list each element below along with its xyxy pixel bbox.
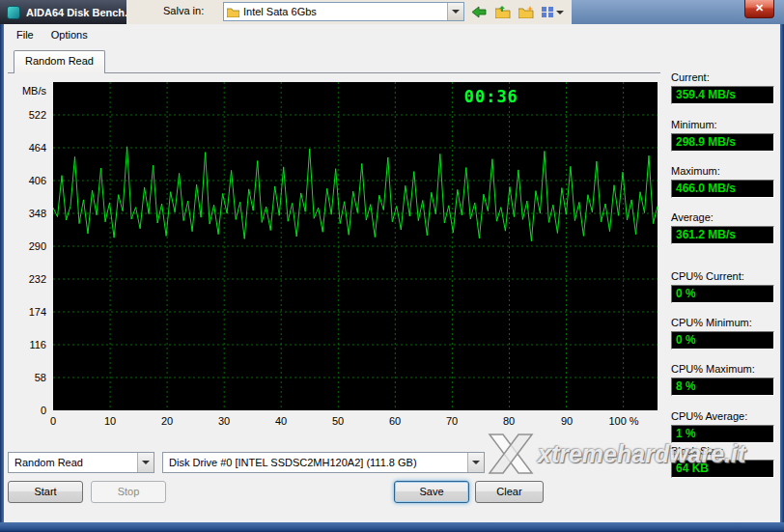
stat-cpu-maximum: CPU% Maximum: 8 % bbox=[671, 363, 774, 396]
y-tick: 58 bbox=[14, 372, 46, 383]
stat-average: Average: 361.2 MB/s bbox=[671, 211, 774, 244]
window-border-left bbox=[0, 24, 4, 532]
chevron-down-icon bbox=[452, 10, 460, 14]
stat-minimum: Minimum: 298.9 MB/s bbox=[671, 119, 774, 152]
drive-select-dropdown-button[interactable] bbox=[467, 453, 484, 472]
close-button[interactable]: ✕ bbox=[744, 0, 774, 18]
x-tick: 60 bbox=[389, 415, 401, 427]
stat-value-box: 1 % bbox=[671, 425, 774, 443]
background-window-titlebar[interactable]: AIDA64 Disk Bench... bbox=[0, 0, 126, 24]
y-tick: 522 bbox=[14, 109, 46, 121]
drive-select-value: Disk Drive #0 [INTEL SSDSC2MH120A2] (111… bbox=[163, 457, 467, 468]
stat-value-box: 0 % bbox=[671, 331, 774, 350]
x-tick: 100 % bbox=[608, 415, 638, 427]
view-menu-icon[interactable] bbox=[540, 3, 565, 21]
benchmark-chart: 00:36 bbox=[53, 82, 658, 410]
save-dialog-toolbar bbox=[470, 3, 565, 21]
start-button[interactable]: Start bbox=[8, 481, 83, 503]
clear-button[interactable]: Clear bbox=[475, 481, 544, 503]
stat-value-box: 8 % bbox=[671, 378, 774, 396]
stat-value-box: 64 KB bbox=[671, 460, 774, 478]
new-folder-icon[interactable] bbox=[517, 3, 535, 21]
stat-maximum: Maximum: 466.0 MB/s bbox=[671, 165, 774, 198]
x-tick: 50 bbox=[332, 415, 344, 427]
stat-cpu-minimum: CPU% Minimum: 0 % bbox=[671, 317, 774, 350]
menu-bar: File Options bbox=[4, 24, 780, 44]
stat-block-size: Block Size: 64 KB bbox=[671, 445, 774, 478]
stat-value-box: 298.9 MB/s bbox=[671, 133, 774, 152]
test-type-value: Random Read bbox=[9, 457, 137, 468]
y-tick: 464 bbox=[14, 142, 46, 154]
x-tick: 80 bbox=[503, 415, 515, 427]
save-location-value: Intel Sata 6Gbs bbox=[243, 6, 447, 17]
x-tick: 90 bbox=[561, 415, 573, 427]
x-tick: 40 bbox=[275, 415, 287, 427]
x-tick: 10 bbox=[104, 415, 116, 427]
y-tick: 0 bbox=[14, 405, 46, 416]
menu-options[interactable]: Options bbox=[42, 27, 97, 42]
aida64-app-icon bbox=[7, 6, 20, 19]
stat-value-box: 359.4 MB/s bbox=[671, 86, 774, 104]
save-location-combobox[interactable]: Intel Sata 6Gbs bbox=[223, 2, 464, 21]
window-border-bottom bbox=[0, 522, 784, 532]
chevron-down-icon bbox=[556, 11, 564, 14]
aida64-disk-benchmark-window: AIDA64 Disk Bench... Salva in: Intel Sat… bbox=[0, 0, 784, 532]
tab-divider bbox=[8, 72, 660, 73]
x-tick: 20 bbox=[161, 415, 173, 427]
stat-label: CPU% Maximum: bbox=[671, 363, 774, 377]
chart-canvas bbox=[53, 82, 658, 410]
window-border-right bbox=[780, 24, 784, 532]
y-tick: 232 bbox=[14, 273, 46, 285]
y-tick: 116 bbox=[14, 339, 46, 350]
watermark-x-logo bbox=[486, 431, 536, 477]
stat-label: CPU% Minimum: bbox=[671, 317, 774, 330]
drive-icon bbox=[227, 7, 239, 17]
chevron-down-icon bbox=[142, 461, 150, 464]
save-location-dropdown-button[interactable] bbox=[447, 3, 463, 20]
stat-label: CPU% Average: bbox=[671, 410, 774, 424]
main-window-titlebar[interactable]: ✕ bbox=[572, 0, 784, 24]
test-type-dropdown-button[interactable] bbox=[137, 453, 154, 472]
stat-label: Average: bbox=[671, 211, 774, 225]
menu-file[interactable]: File bbox=[8, 27, 42, 42]
y-tick: 290 bbox=[14, 240, 46, 252]
x-tick: 70 bbox=[446, 415, 458, 427]
test-type-select[interactable]: Random Read bbox=[8, 452, 154, 473]
stat-current: Current: 359.4 MB/s bbox=[671, 71, 774, 104]
save-button[interactable]: Save bbox=[394, 481, 469, 503]
stat-cpu-current: CPU% Current: 0 % bbox=[671, 270, 774, 303]
back-icon[interactable] bbox=[470, 3, 489, 21]
stat-label: Minimum: bbox=[671, 119, 774, 132]
stat-label: CPU% Current: bbox=[671, 270, 774, 284]
save-dialog-strip: Salva in: Intel Sata 6Gbs bbox=[126, 0, 572, 24]
stat-value-box: 0 % bbox=[671, 285, 774, 303]
up-one-level-icon[interactable] bbox=[493, 3, 512, 21]
background-window-title: AIDA64 Disk Bench... bbox=[26, 7, 126, 18]
stat-value-box: 361.2 MB/s bbox=[671, 226, 774, 244]
y-tick: 174 bbox=[14, 306, 46, 318]
stat-label: Maximum: bbox=[671, 165, 774, 179]
stop-button: Stop bbox=[91, 481, 166, 503]
save-in-label: Salva in: bbox=[163, 5, 204, 16]
tab-random-read[interactable]: Random Read bbox=[14, 50, 105, 73]
stat-cpu-average: CPU% Average: 1 % bbox=[671, 410, 774, 443]
elapsed-timer: 00:36 bbox=[464, 87, 518, 106]
drive-select[interactable]: Disk Drive #0 [INTEL SSDSC2MH120A2] (111… bbox=[162, 452, 485, 473]
y-axis-unit: MB/s bbox=[14, 85, 46, 97]
stat-label: Current: bbox=[671, 71, 774, 85]
stat-label: Block Size: bbox=[671, 445, 774, 459]
y-tick: 406 bbox=[14, 175, 46, 186]
x-tick: 0 bbox=[50, 415, 56, 427]
x-tick: 30 bbox=[218, 415, 230, 427]
y-tick: 348 bbox=[14, 208, 46, 219]
chevron-down-icon bbox=[472, 461, 480, 464]
stat-value-box: 466.0 MB/s bbox=[671, 180, 774, 198]
